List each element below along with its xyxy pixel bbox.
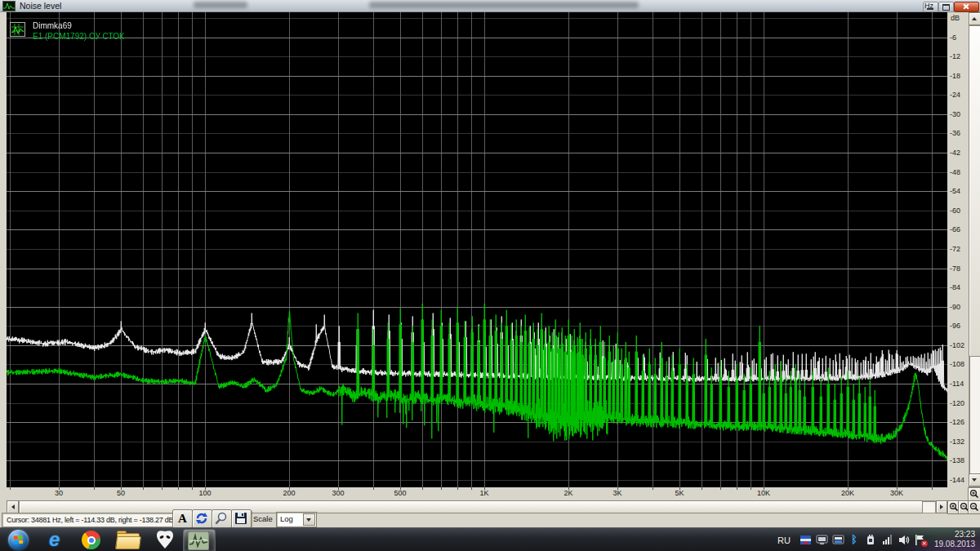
foobar-alien-icon bbox=[150, 529, 180, 551]
x-tick-mark bbox=[720, 487, 721, 490]
scale-dropdown-value: Log bbox=[280, 514, 293, 523]
taskbar-file-explorer[interactable] bbox=[113, 529, 142, 551]
scroll-right-button[interactable] bbox=[936, 500, 947, 513]
right-arrow-icon bbox=[940, 504, 946, 509]
y-tick-label: -138 bbox=[950, 456, 964, 464]
y-tick-label: -132 bbox=[950, 438, 964, 446]
x-tick-mark bbox=[457, 487, 458, 490]
language-indicator[interactable]: RU bbox=[777, 535, 791, 545]
x-tick-label: 500 bbox=[386, 489, 414, 497]
y-tick-label: -126 bbox=[950, 418, 964, 426]
x-tick-mark bbox=[162, 487, 163, 490]
tray-display-icon[interactable] bbox=[816, 534, 828, 546]
taskbar-internet-explorer[interactable]: e bbox=[42, 529, 72, 551]
screen: Noise level Dimmka69 E1 (PCM1792) ОУ СТО… bbox=[0, 0, 980, 551]
chevron-down-icon bbox=[306, 518, 311, 524]
taskbar-foobar2000[interactable] bbox=[150, 529, 180, 551]
y-tick-label: -60 bbox=[950, 207, 960, 215]
tray-app-icon[interactable] bbox=[800, 534, 812, 546]
taskbar-chrome[interactable] bbox=[77, 529, 106, 551]
taskbar-active-app-spectrum[interactable] bbox=[183, 529, 216, 551]
font-button[interactable]: A bbox=[172, 509, 193, 528]
y-tick-label: -18 bbox=[950, 72, 960, 80]
x-tick-mark bbox=[10, 487, 11, 490]
y-tick-label: -102 bbox=[950, 341, 964, 349]
system-tray: RU ᛒ ✕ bbox=[777, 528, 926, 551]
save-button[interactable] bbox=[231, 509, 252, 528]
taskbar: e RU bbox=[0, 527, 980, 551]
y-tick-label: -36 bbox=[950, 129, 960, 137]
y-tick-label: -144 bbox=[950, 476, 964, 484]
zoom-in-y-button[interactable] bbox=[968, 487, 980, 501]
y-axis-unit-label: dB bbox=[951, 14, 960, 22]
vertical-scroll-thumb[interactable] bbox=[969, 25, 980, 357]
y-tick-label: -96 bbox=[950, 322, 960, 330]
y-tick-label: -66 bbox=[950, 225, 960, 233]
x-tick-mark bbox=[373, 487, 374, 490]
legend-spectrum-icon bbox=[10, 22, 25, 37]
error-badge: ✕ bbox=[921, 540, 928, 547]
x-tick-mark bbox=[737, 487, 737, 490]
down-arrow-icon bbox=[972, 478, 977, 484]
y-tick-label: -24 bbox=[950, 91, 960, 99]
y-tick-label: -48 bbox=[950, 168, 960, 176]
dropdown-arrow-button[interactable] bbox=[303, 513, 315, 526]
internet-explorer-icon: e bbox=[49, 528, 60, 551]
magnifier-minus-icon bbox=[969, 502, 979, 512]
x-tick-label: 5K bbox=[666, 489, 693, 497]
y-tick-label: -12 bbox=[950, 52, 960, 60]
scroll-left-button[interactable] bbox=[7, 500, 19, 513]
y-tick-label: -30 bbox=[950, 110, 960, 118]
bottom-toolbar: Cursor: 34881 Hz, left = -114.33 dB, rig… bbox=[0, 513, 980, 527]
network-signal-icon[interactable] bbox=[881, 534, 893, 546]
y-tick-label: -78 bbox=[950, 264, 960, 273]
y-tick-label: -120 bbox=[950, 399, 964, 407]
y-axis-labels: -6-12-18-24-30-36-42-48-54-60-66-72-78-8… bbox=[949, 12, 969, 487]
scale-dropdown[interactable]: Log bbox=[276, 512, 317, 527]
y-tick-label: -42 bbox=[950, 149, 960, 157]
tray-power-icon[interactable] bbox=[865, 534, 877, 546]
x-tick-mark bbox=[702, 487, 702, 490]
y-tick-label: -6 bbox=[950, 33, 956, 42]
x-tick-mark bbox=[653, 487, 653, 490]
bluetooth-icon[interactable]: ᛒ bbox=[849, 534, 861, 546]
legend-series2-label: E1 (PCM1792) ОУ СТОК bbox=[33, 32, 124, 41]
start-button[interactable] bbox=[7, 529, 31, 551]
horizontal-scroll-thumb[interactable] bbox=[19, 500, 923, 513]
x-tick-label: 30 bbox=[45, 489, 73, 497]
volume-icon[interactable] bbox=[898, 534, 910, 546]
magnifier-icon bbox=[214, 511, 229, 526]
x-tick-mark bbox=[422, 487, 423, 490]
x-tick-mark bbox=[932, 487, 933, 490]
spectrum-app-icon bbox=[188, 531, 209, 550]
refresh-icon bbox=[194, 511, 209, 526]
x-tick-label: 3K bbox=[604, 489, 631, 497]
x-tick-label: 1K bbox=[470, 489, 498, 497]
window-titlebar[interactable]: Noise level bbox=[0, 0, 980, 12]
left-arrow-icon bbox=[9, 504, 15, 509]
close-button[interactable] bbox=[954, 2, 979, 12]
cursor-readout: Cursor: 34881 Hz, left = -114.33 dB, rig… bbox=[2, 513, 176, 527]
magnifier-plus-icon bbox=[969, 489, 979, 499]
x-tick-mark bbox=[178, 487, 179, 490]
tray-remote-icon[interactable] bbox=[832, 534, 844, 546]
windows-orb-icon bbox=[8, 530, 29, 550]
taskbar-clock[interactable]: 23:23 19.08.2013 bbox=[934, 530, 975, 549]
zoom-tool-button[interactable] bbox=[212, 509, 232, 528]
y-tick-label: -114 bbox=[950, 380, 964, 388]
clock-date: 19.08.2013 bbox=[934, 540, 975, 549]
y-tick-label: -54 bbox=[950, 187, 960, 195]
app-window-icon bbox=[2, 1, 16, 11]
window-title: Noise level bbox=[20, 1, 61, 11]
spectrum-canvas[interactable] bbox=[7, 12, 947, 487]
x-tick-mark bbox=[441, 487, 442, 490]
up-arrow-icon bbox=[972, 15, 977, 20]
scroll-down-button[interactable] bbox=[969, 473, 980, 487]
clock-time: 23:23 bbox=[934, 530, 975, 540]
y-tick-label: -72 bbox=[950, 245, 960, 253]
scroll-up-button[interactable] bbox=[969, 12, 980, 25]
x-tick-label: 300 bbox=[324, 489, 352, 497]
action-center-flag-icon[interactable]: ✕ bbox=[914, 534, 926, 546]
refresh-button[interactable] bbox=[192, 509, 212, 528]
x-tick-label: 50 bbox=[107, 489, 135, 497]
